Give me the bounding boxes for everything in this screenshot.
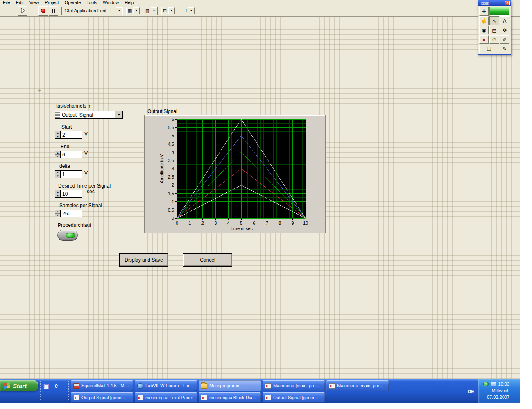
edit-text-tool[interactable]: A [500, 16, 509, 25]
get-color-tool[interactable]: ✐ [500, 35, 509, 44]
decrement-icon[interactable]: ▼ [55, 214, 60, 217]
svg-text:5,5: 5,5 [168, 125, 174, 130]
reorder-objects-icon: ❐ [183, 9, 187, 13]
taskbar-separator[interactable] [40, 381, 41, 401]
task-channels-combo[interactable]: Output_Signal ▼ [55, 111, 123, 119]
menu-view[interactable]: View [27, 0, 42, 5]
desired-time-label: Desired Time per Signal [58, 183, 111, 189]
start-spinner[interactable]: ▲▼ [55, 131, 60, 139]
samples-field[interactable] [60, 210, 82, 217]
position-select-tool[interactable]: ↖ [489, 16, 499, 25]
taskbar-button[interactable]: Mainmenu [main_pro... [326, 380, 389, 391]
taskbar-separator[interactable] [68, 381, 69, 401]
tray-display-icon[interactable] [491, 382, 496, 386]
scroll-window-tool[interactable]: ✥ [500, 26, 509, 34]
vi-icon [265, 395, 271, 400]
taskbar-button[interactable]: SquirrelMail 1.4.5 - Mi... [71, 380, 133, 391]
samples-control[interactable]: ▲▼ [55, 210, 82, 217]
close-icon[interactable]: ✕ [505, 1, 510, 5]
end-field[interactable] [60, 151, 82, 158]
delta-spinner[interactable]: ▲▼ [55, 170, 60, 178]
operate-value-tool[interactable]: ☝ [479, 16, 489, 25]
menu-help[interactable]: Help [122, 0, 137, 5]
menu-operate[interactable]: Operate [62, 0, 84, 5]
task-channels-value[interactable]: Output_Signal [60, 111, 115, 119]
automatic-tool-select[interactable]: ✚ [479, 7, 489, 16]
font-selector[interactable]: 13pt Application Font ▼ [61, 7, 123, 15]
start-unit: V [84, 131, 88, 137]
delta-field[interactable] [60, 170, 82, 178]
probedurchlauf-button[interactable] [57, 230, 78, 241]
internet-explorer-icon[interactable]: e [53, 382, 60, 389]
taskbar-button[interactable]: Output Signal [gener... [71, 392, 133, 403]
taskbar-button[interactable]: messung.vi Front Panel [135, 392, 197, 403]
chevron-down-icon: ▼ [168, 7, 175, 14]
object-shortcut-menu-tool[interactable]: ▤ [489, 26, 499, 34]
menu-window[interactable]: Window [100, 0, 122, 5]
run-button[interactable] [18, 6, 27, 16]
set-breakpoint-tool[interactable]: ● [479, 35, 489, 44]
vi-icon [329, 383, 335, 389]
resize-objects-dropdown[interactable]: ⊞ ▼ [161, 7, 175, 15]
vi-icon [201, 395, 207, 400]
distribute-objects-dropdown[interactable]: ▥ ▼ [144, 7, 158, 15]
reorder-objects-dropdown[interactable]: ❐ ▼ [181, 7, 195, 15]
system-tray: 10:03 Mittwoch 07.02.2007 [478, 379, 520, 403]
samples-spinner[interactable]: ▲▼ [55, 210, 60, 217]
start-button[interactable]: Start [0, 380, 38, 391]
svg-text:4,5: 4,5 [168, 142, 174, 147]
increment-icon[interactable]: ▲ [55, 171, 60, 174]
taskbar-button[interactable]: Messprogramm [199, 380, 261, 391]
connect-wire-tool[interactable]: ◉ [479, 26, 489, 34]
desired-time-control[interactable]: ▲▼ [55, 190, 82, 198]
increment-icon[interactable]: ▲ [55, 131, 60, 135]
taskbar-button[interactable]: Mainmenu [main_pro... [263, 380, 325, 391]
decrement-icon[interactable]: ▼ [55, 174, 60, 178]
menu-tools[interactable]: Tools [84, 0, 100, 5]
display-save-button[interactable]: Display and Save [119, 253, 168, 267]
language-indicator[interactable]: DE [466, 389, 476, 394]
cancel-button[interactable]: Cancel [183, 253, 232, 267]
taskbar-button[interactable]: messung.vi Block Dia... [199, 392, 261, 403]
taskbar-button[interactable]: LabVIEW Forum - For... [135, 380, 197, 391]
svg-text:2,5: 2,5 [168, 174, 174, 179]
menu-project[interactable]: Project [42, 0, 61, 5]
delta-control[interactable]: ▲▼ [55, 170, 82, 178]
increment-icon[interactable]: ▲ [55, 190, 60, 194]
scroll-window-icon: ✥ [503, 27, 507, 33]
menu-edit[interactable]: Edit [13, 0, 27, 5]
svg-text:0: 0 [172, 216, 174, 221]
quick-launch-app-icon[interactable]: ▣ [43, 382, 50, 389]
decrement-icon[interactable]: ▼ [55, 155, 60, 158]
taskbar-button[interactable]: Output Signal [gener... [263, 392, 325, 403]
abort-button[interactable] [38, 6, 48, 16]
taskbar-button-label: Output Signal [gener... [81, 395, 126, 400]
svg-text:6: 6 [253, 221, 255, 226]
waveform-graph[interactable]: 01234567891000,511,522,533,544,555,56Tim… [144, 115, 326, 233]
end-spinner[interactable]: ▲▼ [55, 151, 60, 158]
increment-icon[interactable]: ▲ [55, 151, 60, 155]
run-arrow-icon [20, 8, 26, 14]
start-control[interactable]: ▲▼ [55, 131, 82, 139]
tools-palette-titlebar[interactable]: Tools ✕ [478, 0, 511, 6]
vi-icon [137, 395, 143, 400]
tray-status-icon[interactable] [483, 382, 489, 386]
menu-file[interactable]: File [0, 0, 13, 5]
paint-tool[interactable]: ✎ [500, 45, 509, 53]
desired-time-spinner[interactable]: ▲▼ [55, 190, 60, 198]
decrement-icon[interactable]: ▼ [55, 194, 60, 197]
end-control[interactable]: ▲▼ [55, 151, 82, 158]
chevron-down-icon[interactable]: ▼ [116, 7, 122, 14]
clock-time[interactable]: 10:03 [498, 382, 509, 386]
decrement-icon[interactable]: ▼ [55, 135, 60, 138]
probe-data-tool[interactable]: ℗ [489, 35, 499, 44]
taskbar-button-label: SquirrelMail 1.4.5 - Mi... [81, 383, 129, 388]
set-color-tool[interactable]: ❏ [479, 45, 499, 53]
increment-icon[interactable]: ▲ [55, 210, 60, 214]
start-field[interactable] [60, 131, 82, 139]
desired-time-field[interactable] [60, 190, 82, 198]
chevron-down-icon[interactable]: ▼ [115, 111, 123, 119]
pause-button[interactable] [49, 6, 58, 16]
align-objects-dropdown[interactable]: ▦ ▼ [126, 7, 140, 15]
tray-icons-row: 10:03 [478, 382, 520, 386]
